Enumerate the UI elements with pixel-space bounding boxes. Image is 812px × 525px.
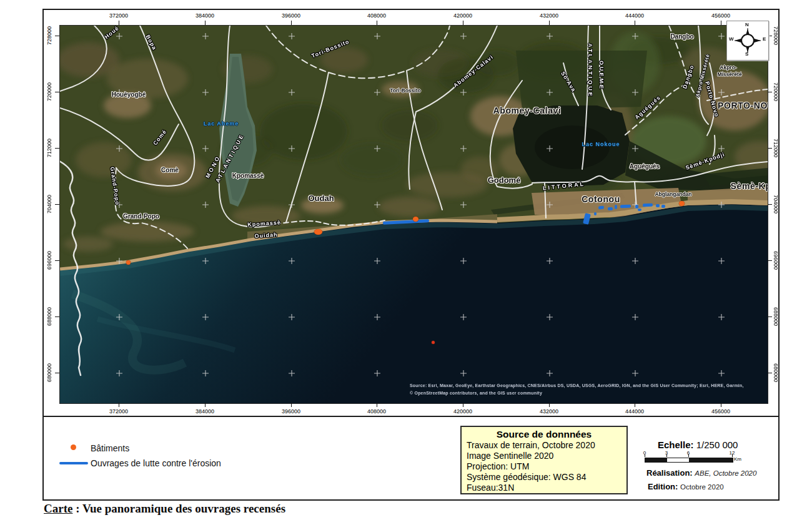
y-axis-label: 712000: [46, 139, 52, 157]
works-legend-marker: [59, 462, 88, 464]
scale-bar: [645, 458, 733, 463]
grid-crosses: [116, 33, 725, 376]
scale-tick: [645, 454, 645, 457]
x-axis-tick: [377, 403, 377, 407]
x-axis-label: 396000: [282, 408, 300, 415]
realisation-label: Réalisation:: [646, 468, 693, 478]
x-axis-label: 372000: [109, 408, 128, 415]
x-axis-label: 384000: [196, 408, 214, 415]
x-axis-label: 408000: [367, 408, 386, 415]
scale-label: Echelle:: [658, 439, 694, 450]
y-axis-tick: [768, 373, 772, 373]
edition-value: Octobre 2020: [680, 483, 724, 491]
x-axis-tick: [721, 403, 721, 407]
x-axis-label: 456000: [711, 12, 730, 19]
scale-unit: Km: [734, 456, 741, 462]
x-axis-label: 432000: [540, 408, 558, 415]
building-marker: [314, 229, 322, 235]
scale-tick: [732, 454, 733, 457]
y-axis-label: 680000: [773, 363, 779, 382]
x-axis-tick: [377, 21, 377, 25]
x-axis-label: 408000: [367, 12, 386, 19]
scale-tick: [666, 454, 667, 457]
compass-s: S: [745, 51, 748, 57]
x-axis-label: 384000: [196, 12, 214, 19]
source-box-title: Source de donnnées: [462, 429, 626, 440]
y-axis-tick: [55, 316, 59, 317]
x-axis-tick: [549, 403, 550, 407]
scale-bar-segment: [645, 458, 667, 462]
erosion-work-marker: [615, 205, 617, 209]
x-axis-tick: [205, 21, 205, 25]
y-axis-label: 688000: [46, 307, 52, 326]
compass-e: E: [763, 36, 766, 42]
compass-rose: N E S W: [726, 21, 769, 61]
source-box-lines: Travaux de terrain, Octobre 2020Image Se…: [462, 440, 626, 493]
y-axis-tick: [768, 148, 772, 149]
erosion-work-marker: [661, 205, 665, 208]
map-overlay: [60, 26, 768, 403]
source-box-line: Système géodésique: WGS 84: [467, 472, 626, 483]
y-axis-tick: [55, 373, 59, 373]
compass-n: N: [745, 22, 749, 27]
erosion-work-marker: [608, 207, 613, 210]
y-axis-label: 704000: [773, 195, 779, 213]
y-axis-tick: [768, 92, 772, 92]
building-marker: [413, 217, 418, 222]
source-box-line: Fuseau:31N: [467, 483, 626, 493]
caption-title: Carte: [44, 502, 72, 515]
x-axis-label: 372000: [109, 12, 128, 19]
y-axis-label: 720000: [46, 82, 52, 101]
realisation-value: ABE, Octobre 2020: [695, 469, 756, 477]
attribution-line: Source: Esri, Maxar, GeoEye, Earthstar G…: [410, 382, 766, 390]
edition-row: Edition: Octobre 2020: [648, 482, 724, 491]
works-legend-label: Ouvrages de lutte contre l'érosion: [91, 458, 221, 468]
x-axis-tick: [721, 21, 721, 25]
scale-value: 1/250 000: [696, 439, 738, 450]
y-axis-label: 720000: [773, 82, 779, 101]
y-axis-tick: [55, 92, 59, 92]
building-marker: [126, 260, 131, 265]
x-axis-label: 444000: [625, 408, 644, 415]
x-axis-tick: [291, 403, 292, 407]
y-axis-tick: [55, 260, 59, 261]
x-axis-tick: [549, 21, 550, 25]
realisation-row: Réalisation: ABE, Octobre 2020: [646, 468, 756, 478]
x-axis-label: 420000: [453, 12, 472, 19]
source-box-line: Travaux de terrain, Octobre 2020: [467, 440, 626, 451]
scale-bar-segment: [689, 458, 733, 462]
source-box: Source de donnnées Travaux de terrain, O…: [460, 426, 628, 494]
compass-w: W: [729, 36, 734, 42]
map-attribution: Source: Esri, Maxar, GeoEye, Earthstar G…: [410, 382, 766, 397]
building-marker: [679, 201, 685, 206]
y-axis-tick: [55, 36, 59, 36]
x-axis-label: 456000: [711, 408, 730, 415]
x-axis-tick: [119, 21, 119, 25]
erosion-work-marker: [598, 206, 604, 210]
source-box-line: Projection: UTM: [467, 461, 626, 472]
y-axis-tick: [55, 204, 59, 205]
x-axis-label: 444000: [625, 12, 644, 19]
source-box-line: Image Sentinelle 2020: [467, 451, 626, 461]
y-axis-label: 728000: [773, 26, 779, 45]
attribution-line: © OpenStreetMap contributors, and the GI…: [410, 390, 766, 397]
x-axis-tick: [463, 21, 463, 25]
y-axis-label: 688000: [773, 307, 779, 326]
edition-label: Edition:: [648, 482, 678, 491]
buildings-legend-label: Bâtiments: [91, 443, 129, 453]
x-axis-tick: [119, 403, 119, 407]
x-axis-tick: [463, 403, 463, 407]
y-axis-tick: [768, 316, 772, 317]
y-axis-label: 680000: [46, 363, 52, 382]
erosion-work-marker: [620, 205, 631, 209]
y-axis-label: 696000: [773, 251, 779, 270]
x-axis-tick: [291, 21, 292, 25]
scale-tick: [688, 454, 689, 457]
x-axis-tick: [205, 403, 205, 407]
panel-divider: [42, 416, 778, 417]
y-axis-label: 696000: [46, 251, 52, 270]
erosion-work-marker: [656, 204, 660, 207]
erosion-work-marker: [635, 205, 638, 209]
map-image: HouéBopaTori-BossitoHouèyogbéComéComèLac…: [59, 25, 768, 404]
erosion-work-marker: [594, 212, 597, 215]
